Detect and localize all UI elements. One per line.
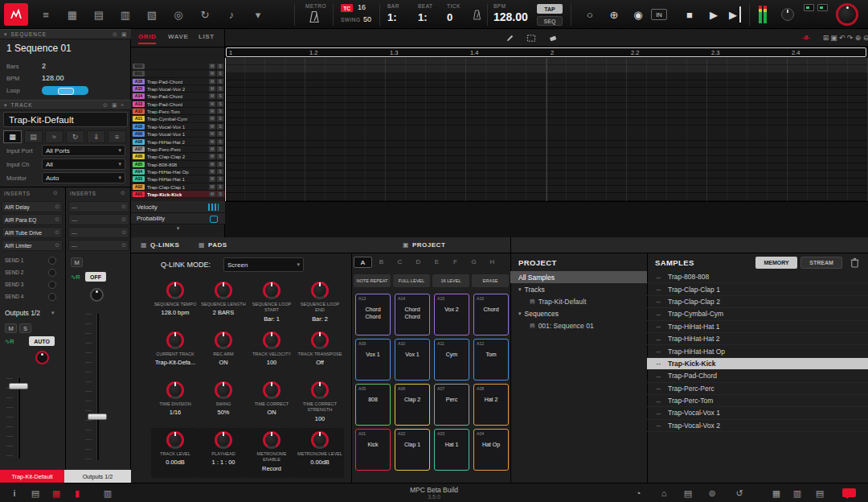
send-knob[interactable]: [48, 257, 56, 265]
knob-icon[interactable]: [263, 431, 280, 449]
insert-slot[interactable]: AIR Delay⊙: [2, 201, 63, 212]
pad-bank-g[interactable]: G: [465, 257, 483, 268]
keys-view-icon[interactable]: ▤: [88, 4, 109, 25]
qlink-knob-cell[interactable]: CURRENT TRACKTrap-Kit-Defa...: [151, 328, 199, 378]
mute-button[interactable]: M: [5, 323, 17, 333]
in-button[interactable]: IN: [651, 9, 667, 20]
track-solo-button[interactable]: S: [217, 109, 223, 114]
pad-button-full-level[interactable]: FULL LEVEL: [393, 274, 430, 287]
insert-slot-empty[interactable]: —⊙: [68, 240, 129, 251]
insert-slot-empty[interactable]: —⊙: [68, 227, 129, 238]
lane-expand-button[interactable]: ▾: [131, 225, 225, 232]
tick-value[interactable]: 0: [447, 11, 452, 23]
drum-pads-icon[interactable]: ▦: [3, 130, 22, 143]
pad-a06[interactable]: A06Clap 2: [395, 384, 430, 426]
track-solo-button[interactable]: S: [217, 131, 223, 137]
track-mute-button[interactable]: M: [209, 101, 215, 107]
track-row[interactable]: A15Trap-Vocal-Vox 2MS: [131, 85, 225, 93]
track-mute-button[interactable]: M: [209, 139, 215, 145]
track-solo-button[interactable]: S: [217, 79, 223, 84]
qlink-knob-cell[interactable]: REC ARMON: [199, 328, 248, 378]
send-slot[interactable]: SEND 1: [2, 256, 63, 266]
knob-icon[interactable]: [166, 381, 184, 399]
qlink-knob-cell[interactable]: PLAYHEAD1 : 1 : 00: [199, 428, 248, 478]
master-volume-knob[interactable]: [836, 3, 858, 26]
marquee-tool-icon[interactable]: [524, 31, 538, 44]
stop-button[interactable]: ■: [680, 6, 699, 23]
sequence-panel-header[interactable]: ▾ SEQUENCE ⊙ ▣: [0, 29, 131, 39]
qlink-knob-cell[interactable]: TRACK VELOCITY100: [248, 328, 296, 378]
track-solo-button[interactable]: S: [217, 191, 223, 197]
track-row[interactable]: A02Trap-Clap-Clap 1MS: [131, 183, 225, 191]
qlink-knob-cell[interactable]: METRONOME ENABLERecord: [248, 428, 296, 478]
channel-fader-handle[interactable]: [9, 383, 28, 389]
tab-project[interactable]: PROJECT: [412, 241, 445, 249]
trash-icon[interactable]: [850, 257, 859, 271]
pad-a12[interactable]: A12Tom: [473, 339, 509, 381]
knob-icon[interactable]: [215, 331, 232, 349]
loop-region[interactable]: [226, 47, 866, 57]
track-solo-button[interactable]: S: [217, 154, 223, 159]
insert-slot[interactable]: AIR Para EQ⊙: [2, 214, 63, 225]
track-solo-button[interactable]: S: [217, 64, 223, 69]
pad-a02[interactable]: A02Clap 1: [395, 429, 430, 471]
sample-row[interactable]: ↔Trap-HiHat-Hat Op: [647, 345, 868, 357]
track-row[interactable]: B01MS: [131, 70, 225, 77]
track-solo-button[interactable]: S: [217, 116, 223, 121]
output-pan-knob[interactable]: [90, 288, 104, 302]
tab-track-channel[interactable]: Trap-Kit-Default: [0, 470, 64, 483]
track-row[interactable]: A05Trap-808-808MS: [131, 161, 225, 168]
track-row[interactable]: A09Trap-Vocal-Vox 1MS: [131, 130, 225, 138]
power-icon[interactable]: ⊙: [55, 204, 59, 210]
pan-knob[interactable]: [35, 351, 49, 364]
zoom-out-icon[interactable]: ⊖: [862, 31, 868, 44]
pad-bank-a[interactable]: A: [354, 257, 372, 268]
more-icon[interactable]: ≡: [108, 130, 126, 143]
qlink-knob-cell[interactable]: TRACK LEVEL0.00dB: [151, 428, 199, 478]
track-mute-button[interactable]: M: [209, 124, 215, 130]
pad-bank-e[interactable]: E: [428, 257, 446, 268]
eraser-tool-icon[interactable]: [546, 31, 560, 44]
track-solo-button[interactable]: S: [217, 169, 223, 175]
midi-icon[interactable]: ⊚: [706, 488, 719, 499]
sample-row[interactable]: ↔Trap-808-808: [647, 271, 868, 283]
track-solo-button[interactable]: S: [217, 86, 223, 92]
send-knob[interactable]: [48, 281, 56, 289]
mixer-view-icon[interactable]: ▥: [115, 4, 136, 25]
play-start-button[interactable]: ▶: [727, 6, 741, 23]
qlink-knob-cell[interactable]: SEQUENCE LENGTH2 BARS: [199, 278, 248, 328]
pad-a03[interactable]: A03Hat 1: [434, 429, 469, 471]
knob-icon[interactable]: [311, 431, 329, 449]
pad-a13[interactable]: A13Chord Chord: [355, 294, 391, 335]
timeline-ruler[interactable]: 11.21.31.422.22.32.4: [225, 47, 868, 58]
metronome-icon[interactable]: [309, 10, 320, 27]
track-mute-button[interactable]: M: [209, 146, 215, 152]
power-icon[interactable]: ⊙: [113, 31, 118, 38]
sample-row[interactable]: ↔Trap-Kick-Kick: [647, 358, 868, 370]
memory-button[interactable]: MEMORY: [755, 257, 797, 269]
sample-row[interactable]: ↔Trap-HiHat-Hat 1: [647, 321, 868, 333]
track-solo-button[interactable]: S: [217, 124, 223, 130]
track-solo-button[interactable]: S: [217, 176, 223, 182]
send-knob[interactable]: [48, 293, 56, 301]
history-icon[interactable]: ↺: [733, 488, 746, 499]
loop-toggle[interactable]: [42, 86, 88, 95]
sample-row[interactable]: ↔Trap-Vocal-Vox 2: [647, 420, 868, 432]
track-solo-button[interactable]: S: [217, 146, 223, 152]
monitor-knob[interactable]: [781, 8, 794, 21]
bars-value[interactable]: 2: [42, 62, 46, 70]
seq-button[interactable]: SEQ: [537, 16, 563, 26]
pad-bank-f[interactable]: F: [446, 257, 465, 268]
power-icon[interactable]: ⊙: [121, 216, 126, 223]
power-icon[interactable]: ⊙: [53, 190, 58, 196]
pad-a09[interactable]: A09Vox 1: [355, 339, 391, 381]
pad-button-16-level[interactable]: 16 LEVEL: [432, 274, 469, 287]
input-ch-select[interactable]: All ▾: [42, 158, 125, 170]
lane-probability[interactable]: Probability: [131, 213, 225, 224]
track-mute-button[interactable]: M: [209, 71, 215, 76]
pad-a11[interactable]: A11Cym: [434, 339, 469, 381]
home-icon[interactable]: ⌂: [657, 488, 670, 499]
metronome-small-icon[interactable]: [473, 9, 481, 23]
knob-icon[interactable]: [311, 331, 329, 349]
pads-view-icon[interactable]: ▦: [62, 4, 83, 25]
